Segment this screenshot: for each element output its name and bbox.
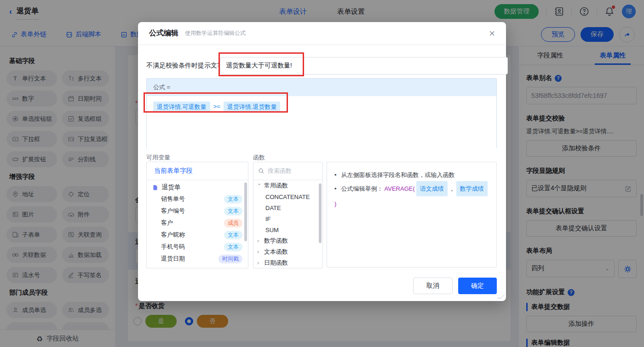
cancel-button[interactable]: 取消 [413,278,453,294]
search-icon [258,168,264,174]
prompt-text-input[interactable]: 退货数量大于可退数量! [220,57,508,74]
variable-row[interactable]: 退货日期时间戳 [147,253,248,265]
function-group[interactable]: ›数学函数 [253,235,322,246]
formula-operator: >= [213,102,220,110]
help-example-prefix: 公式编辑举例： [341,182,383,195]
formula-editor-modal: 公式编辑 使用数学运算符编辑公式 × 不满足校验条件时提示文字: 退货数量大于可… [138,22,506,301]
function-search-input[interactable]: 搜索函数 [253,162,322,180]
caret-right-icon: › [257,249,262,255]
formula-input-area[interactable]: 退货详情.可退数量>=退货详情.退货数量 [147,96,496,159]
field-type-tag: 文本 [224,207,242,216]
field-type-tag: 文本 [224,195,242,204]
modal-title: 公式编辑 [149,28,178,38]
formula-bar: 公式 = [147,79,496,96]
help-line-1: • 从左侧面板选择字段名和函数，或输入函数 [334,169,489,181]
variable-row[interactable]: 客户昵称文本 [147,229,248,241]
help-example-function-close: ) [334,198,336,210]
help-line-2: •公式编辑举例：AVERAGE(语文成绩，数学成绩) [334,181,489,210]
formula-editor: 公式 = 退货详情.可退数量>=退货详情.退货数量 [146,78,497,149]
function-item[interactable]: DATE [253,202,322,213]
scrollbar-thumb[interactable] [244,182,247,241]
document-icon [152,184,158,191]
functions-panel: 搜索函数 ›常用函数CONCATENATEDATEIFSUM›数学函数›文本函数… [253,162,323,268]
variable-row[interactable]: 客户成员 [147,217,248,229]
function-group[interactable]: ›文本函数 [253,246,322,257]
help-example-chip: 语文成绩 [416,181,448,196]
bullet-icon: • [334,182,337,195]
variables-panel: 当前表单字段 退货单 销售单号文本客户编号文本客户成员客户昵称文本手机号码文本退… [146,162,248,268]
formula-field-chip[interactable]: 退货详情.可退数量 [153,102,210,113]
variables-label: 可用变量 [146,154,170,162]
resize-handle-icon[interactable] [497,295,505,298]
help-example-separator: ， [449,182,455,195]
formula-help-panel: • 从左侧面板选择字段名和函数，或输入函数 •公式编辑举例：AVERAGE(语文… [327,162,497,267]
function-item[interactable]: IF [253,213,322,224]
caret-down-icon: › [256,183,263,188]
caret-right-icon: › [257,238,262,244]
field-type-tag: 时间戳 [218,255,242,263]
caret-right-icon: › [257,260,262,266]
field-type-tag: 文本 [224,243,242,251]
prompt-text-label: 不满足校验条件时提示文字: [146,62,225,70]
close-icon[interactable]: × [489,28,495,39]
help-example-function: AVERAGE( [385,182,415,195]
modal-subtitle: 使用数学运算符编辑公式 [185,29,246,37]
function-group[interactable]: ›日期函数 [253,257,322,268]
confirm-button[interactable]: 确定 [458,278,497,294]
function-item[interactable]: SUM [253,224,322,235]
current-form-fields-tab[interactable]: 当前表单字段 [147,162,248,180]
help-example-chip: 数学成绩 [456,181,488,196]
variable-row[interactable]: 客户编号文本 [147,205,248,217]
function-group[interactable]: ›常用函数 [253,180,322,191]
formula-field-chip[interactable]: 退货详情.退货数量 [224,102,281,113]
function-item[interactable]: CONCATENATE [253,191,322,202]
variable-row[interactable]: 销售单号文本 [147,193,248,205]
form-tree-root[interactable]: 退货单 [147,180,248,193]
field-type-tag: 成员 [224,219,242,228]
functions-label: 函数 [253,154,265,162]
field-type-tag: 文本 [224,231,242,239]
variable-row[interactable]: 手机号码文本 [147,241,248,253]
scrollbar-thumb[interactable] [319,183,322,243]
